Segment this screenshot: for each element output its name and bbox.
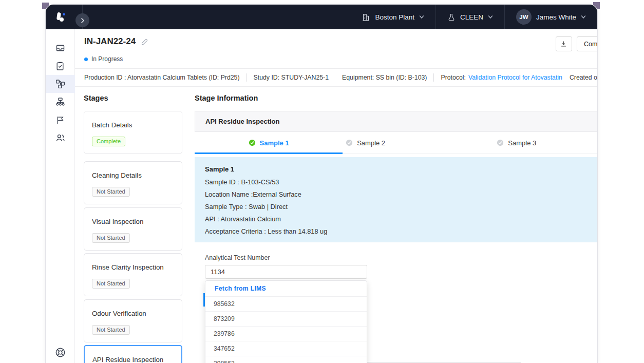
status-badge: Not Started	[92, 187, 130, 197]
top-header: Boston Plant CLEEN JW James Whi	[46, 5, 597, 29]
status-dot	[84, 58, 88, 61]
protocol-link[interactable]: Validation Protocol for Atovastatin	[468, 74, 562, 81]
tab-label: Sample 2	[357, 139, 385, 147]
protocol-label: Protocol:	[441, 74, 466, 81]
rail-flags[interactable]	[46, 111, 75, 129]
building-icon	[362, 13, 370, 22]
record-id: IN-JAN22-24	[84, 36, 136, 47]
download-button[interactable]	[556, 36, 572, 51]
equipment-id: Equipment: SS bin (ID: B-103)	[342, 74, 427, 81]
stage-information-panel: Stage Information API Residue Inspection…	[195, 87, 598, 331]
stage-information-heading: Stage Information	[195, 94, 258, 102]
stage-card-batch-details[interactable]: Batch Details Complete	[84, 111, 182, 154]
flask-icon	[447, 13, 456, 22]
complete-with-exception-button[interactable]: Complete with Exception	[577, 36, 598, 51]
status-row: In Progress	[75, 51, 598, 63]
module-name: CLEEN	[460, 13, 483, 21]
test-number-dropdown: Fetch from LIMS 985632 873209 239786 347…	[205, 280, 367, 363]
plant-selector[interactable]: Boston Plant	[350, 5, 435, 29]
icon-rail	[46, 29, 75, 363]
tab-sample-1[interactable]: Sample 1	[195, 132, 343, 154]
sidebar-expand-button[interactable]	[75, 13, 89, 27]
stage-card-title: Rinse Clarity Inspection	[92, 263, 174, 271]
stage-card-title: Cleaning Details	[92, 171, 174, 179]
check-circle-icon	[497, 139, 504, 146]
analytical-test-number-label: Analytical Test Number	[205, 254, 270, 261]
edit-title-button[interactable]	[141, 38, 148, 46]
sample-type: Sample Type : Swab | Direct	[205, 201, 598, 213]
status-text: In Progress	[91, 55, 123, 63]
created-on: Created on: 01/10/2025 11:41:39	[570, 74, 598, 81]
production-id: Production ID : Atorvastatin Calcium Tab…	[84, 74, 240, 81]
record-info-bar: Production ID : Atorvastatin Calcium Tab…	[75, 68, 598, 87]
dropdown-option[interactable]: 873209	[205, 312, 367, 327]
rail-help[interactable]	[46, 347, 75, 358]
page-title-row: IN-JAN22-24	[84, 36, 148, 47]
tab-label: Sample 1	[260, 139, 289, 147]
stage-card-rinse-clarity[interactable]: Rinse Clarity Inspection Not Started	[84, 253, 182, 296]
dropdown-option[interactable]: 239786	[205, 327, 367, 341]
module-selector[interactable]: CLEEN	[436, 5, 504, 29]
rail-workflows[interactable]	[46, 75, 75, 93]
sample-details-box: Sample 1 Sample ID : B-103-CS/53 Locatio…	[195, 157, 598, 242]
stage-card-cleaning-details[interactable]: Cleaning Details Not Started	[84, 161, 182, 204]
status-badge: Not Started	[92, 233, 130, 243]
check-circle-icon	[346, 139, 353, 146]
status-badge: Not Started	[92, 325, 130, 335]
sample-id: Sample ID : B-103-CS/53	[205, 176, 598, 188]
sample-location: Location Name :External Surface	[205, 188, 598, 201]
stages-heading: Stages	[84, 94, 108, 102]
stage-card-api-residue-selected[interactable]: API Residue Inspection Not Started	[84, 345, 182, 363]
sample-tabs: Sample 1 Sample 2	[195, 132, 598, 154]
panel-title: API Residue Inspection	[195, 111, 598, 132]
stage-card-title: Visual Inspection	[92, 218, 174, 225]
stage-card-odour-verification[interactable]: Odour Verification Not Started	[84, 299, 182, 342]
sample-title: Sample 1	[205, 165, 598, 173]
app-logo-icon	[54, 10, 67, 24]
analytical-test-number-input[interactable]	[205, 265, 367, 279]
sample-api: API : Atorvastatin Calcium	[205, 213, 598, 225]
plant-name: Boston Plant	[375, 13, 414, 21]
status-badge: Not Started	[92, 279, 130, 289]
status-badge: Complete	[92, 137, 125, 146]
clipboard-check-icon	[55, 61, 65, 71]
app-window: Boston Plant CLEEN JW James Whi	[45, 4, 598, 363]
info-separator	[433, 73, 434, 82]
avatar: JW	[516, 9, 532, 25]
stage-card-title: API Residue Inspection	[92, 356, 174, 363]
rail-users[interactable]	[46, 129, 75, 147]
stage-card-title: Odour Verification	[92, 310, 174, 317]
user-name: James White	[536, 13, 576, 21]
lifebuoy-icon	[54, 347, 66, 358]
users-icon	[55, 132, 66, 143]
tab-sample-3[interactable]: Sample 3	[494, 132, 598, 154]
study-id: Study ID: STUDY-JAN25-1	[254, 74, 329, 81]
dropdown-option[interactable]: 985632	[205, 297, 367, 312]
check-circle-icon	[249, 139, 256, 146]
user-menu[interactable]: JW James White	[505, 5, 597, 29]
rail-inbox[interactable]	[46, 39, 75, 57]
workflow-icon	[55, 79, 66, 89]
inbox-icon	[55, 43, 66, 53]
stage-card-visual-inspection[interactable]: Visual Inspection Not Started	[84, 207, 182, 251]
dropdown-option[interactable]: 298563	[205, 356, 367, 363]
fetch-from-lims-option[interactable]: Fetch from LIMS	[205, 281, 367, 297]
dropdown-option[interactable]: 347652	[205, 341, 367, 356]
sample-acceptance: Acceptance Criteria : Less than 14.818 u…	[205, 225, 598, 238]
stages-panel: Stages Batch Details Complete Cleaning D…	[84, 87, 182, 331]
hierarchy-icon	[55, 97, 66, 107]
info-separator	[247, 73, 247, 82]
tab-sample-2[interactable]: Sample 2	[343, 132, 494, 154]
rail-tasks[interactable]	[46, 57, 75, 75]
stage-card-title: Batch Details	[92, 121, 174, 129]
logo-zone	[46, 5, 83, 29]
screen: Boston Plant CLEEN JW James Whi	[0, 0, 644, 363]
rail-hierarchy[interactable]	[46, 93, 75, 111]
tab-label: Sample 3	[508, 139, 536, 147]
flag-icon	[55, 115, 65, 125]
